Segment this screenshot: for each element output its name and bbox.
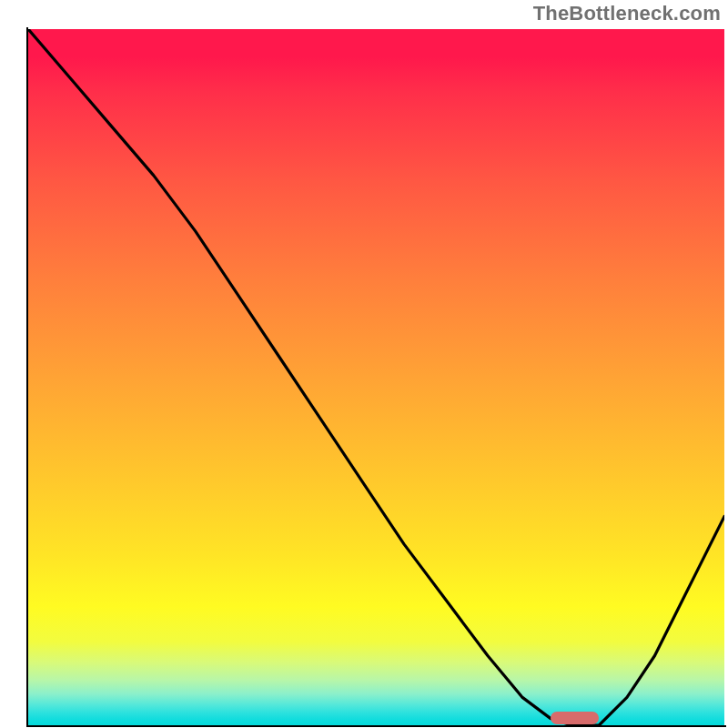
x-axis: [26, 725, 726, 727]
chart-canvas: TheBottleneck.com: [0, 0, 728, 728]
optimal-marker: [551, 712, 600, 724]
watermark-text: TheBottleneck.com: [533, 2, 721, 25]
y-axis: [26, 27, 28, 727]
bottleneck-curve: [28, 29, 724, 725]
